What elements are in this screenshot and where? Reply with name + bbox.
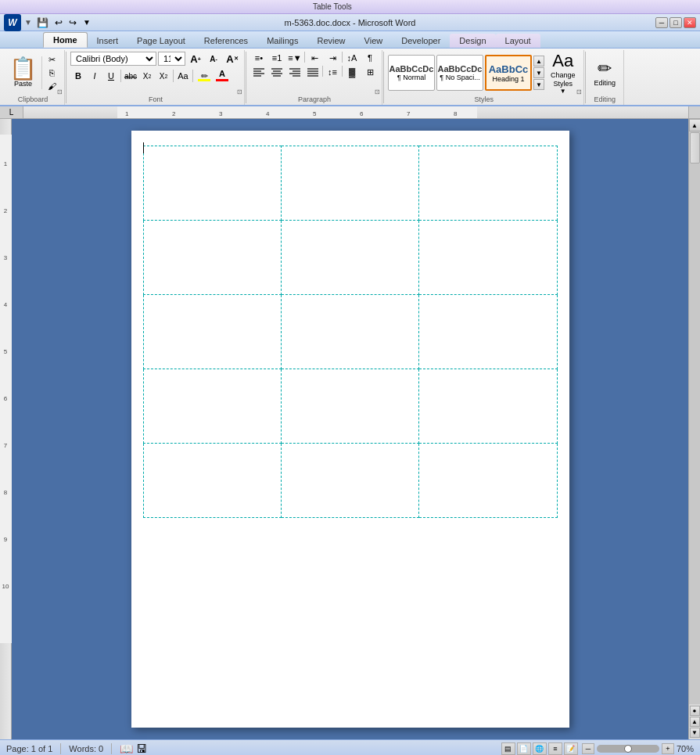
ribbon: 📋 Paste ✂ ⎘ 🖌 Clipboard ⊡ Calibri (Body)… bbox=[0, 49, 700, 106]
style-no-spacing[interactable]: AaBbCcDc ¶ No Spaci... bbox=[436, 55, 483, 91]
prev-page-btn[interactable]: ▲ bbox=[690, 717, 700, 727]
numbering-btn[interactable]: ≡1 bbox=[268, 52, 285, 64]
copy-btn[interactable]: ⎘ bbox=[43, 67, 60, 79]
zoom-in-btn[interactable]: + bbox=[662, 743, 674, 754]
show-hide-btn[interactable]: ¶ bbox=[361, 52, 379, 64]
tab-insert[interactable]: Insert bbox=[88, 34, 128, 48]
track-changes-icon[interactable]: 🖫 bbox=[136, 742, 147, 755]
tab-references[interactable]: References bbox=[195, 34, 257, 48]
zoom-out-btn[interactable]: ─ bbox=[582, 743, 594, 754]
tab-mailings[interactable]: Mailings bbox=[257, 34, 307, 48]
next-page-btn[interactable]: ▼ bbox=[690, 728, 700, 738]
tab-layout[interactable]: Layout bbox=[496, 34, 540, 48]
table-cell[interactable] bbox=[281, 369, 418, 444]
underline-btn[interactable]: U bbox=[103, 69, 119, 83]
highlight-btn[interactable]: ✏ bbox=[195, 69, 214, 83]
styles-expand-icon[interactable]: ⊡ bbox=[576, 88, 582, 95]
styles-scroll-up[interactable]: ▲ bbox=[533, 56, 544, 67]
maximize-btn[interactable]: □ bbox=[669, 17, 682, 28]
print-layout-btn[interactable]: ▤ bbox=[501, 742, 515, 755]
font-grow-shrink: A+ A- bbox=[187, 52, 222, 65]
clipboard-expand-icon[interactable]: ⊡ bbox=[57, 88, 63, 95]
table-cell[interactable] bbox=[419, 444, 557, 518]
close-btn[interactable]: ✕ bbox=[684, 17, 696, 28]
strikethrough-btn[interactable]: abc bbox=[123, 69, 138, 83]
draft-btn[interactable]: 📝 bbox=[564, 742, 578, 755]
scroll-up-btn[interactable]: ▲ bbox=[689, 119, 701, 131]
tab-developer[interactable]: Developer bbox=[392, 34, 450, 48]
cut-btn[interactable]: ✂ bbox=[43, 53, 60, 66]
change-case-btn[interactable]: Aa bbox=[175, 69, 191, 83]
align-center-btn[interactable] bbox=[268, 66, 285, 78]
grow-font-btn[interactable]: A+ bbox=[187, 52, 204, 65]
clear-format-btn[interactable]: A✕ bbox=[224, 52, 241, 65]
tab-design[interactable]: Design bbox=[450, 34, 495, 48]
table-cell[interactable] bbox=[419, 369, 557, 444]
style-normal[interactable]: AaBbCcDc ¶ Normal bbox=[388, 55, 435, 91]
doc-area[interactable] bbox=[12, 119, 688, 739]
ruler-v-ticks: 1 2 3 4 5 6 7 8 9 10 bbox=[0, 119, 12, 745]
font-color-btn[interactable]: A bbox=[214, 69, 230, 83]
select-object-btn[interactable]: ● bbox=[690, 706, 700, 716]
save-qa-btn[interactable]: 💾 bbox=[35, 17, 50, 28]
zoom-level[interactable]: 70% bbox=[677, 744, 694, 753]
shading-btn[interactable]: ▓ bbox=[343, 66, 361, 78]
table-cell[interactable] bbox=[419, 295, 557, 369]
table-cell[interactable] bbox=[419, 146, 557, 221]
table-cell[interactable] bbox=[281, 221, 418, 295]
table-cell[interactable] bbox=[143, 369, 281, 444]
borders-btn[interactable]: ⊞ bbox=[361, 66, 379, 78]
multi-list-btn[interactable]: ≡▼ bbox=[286, 52, 303, 64]
ruler-corner-btn[interactable]: L bbox=[0, 106, 23, 119]
tab-review[interactable]: Review bbox=[307, 34, 354, 48]
document-table[interactable] bbox=[143, 146, 558, 518]
customize-qa-btn[interactable]: ▼ bbox=[81, 18, 92, 27]
tab-page-layout[interactable]: Page Layout bbox=[127, 34, 195, 48]
bold-btn[interactable]: B bbox=[70, 69, 86, 83]
scroll-track[interactable] bbox=[689, 131, 700, 704]
styles-scroll-down[interactable]: ▼ bbox=[533, 67, 544, 78]
undo-qa-btn[interactable]: ↩ bbox=[53, 17, 64, 28]
table-cell[interactable] bbox=[281, 444, 418, 518]
tab-home[interactable]: Home bbox=[43, 32, 88, 48]
subscript-btn[interactable]: X2 bbox=[139, 69, 155, 83]
sort-btn[interactable]: ↕A bbox=[343, 52, 361, 64]
decrease-indent-btn[interactable]: ⇤ bbox=[306, 52, 323, 64]
tab-view[interactable]: View bbox=[355, 34, 393, 48]
table-cell[interactable] bbox=[281, 295, 418, 369]
outline-btn[interactable]: ≡ bbox=[548, 742, 562, 755]
table-cell[interactable] bbox=[281, 146, 418, 221]
paragraph-expand-icon[interactable]: ⊡ bbox=[375, 88, 380, 95]
style-heading1[interactable]: AaBbCc Heading 1 bbox=[485, 55, 532, 91]
italic-btn[interactable]: I bbox=[87, 69, 102, 83]
change-styles-btn[interactable]: Aa ChangeStyles ▼ bbox=[546, 52, 580, 94]
table-cell[interactable] bbox=[143, 444, 281, 518]
full-reading-btn[interactable]: 📄 bbox=[517, 742, 531, 755]
font-expand-icon[interactable]: ⊡ bbox=[237, 88, 242, 95]
table-cell[interactable] bbox=[419, 221, 557, 295]
increase-indent-btn[interactable]: ⇥ bbox=[324, 52, 341, 64]
table-cell[interactable] bbox=[143, 295, 281, 369]
spell-check-icon[interactable]: 📖 bbox=[120, 742, 133, 755]
table-cell[interactable] bbox=[143, 146, 281, 221]
align-right-btn[interactable] bbox=[286, 66, 303, 78]
style-heading1-label: Heading 1 bbox=[492, 75, 524, 83]
bullets-btn[interactable]: ≡• bbox=[250, 52, 267, 64]
font-family-select[interactable]: Calibri (Body) bbox=[70, 52, 156, 66]
scroll-thumb[interactable] bbox=[690, 132, 700, 164]
editing-btn[interactable]: ✏ Editing bbox=[590, 52, 621, 94]
zoom-slider[interactable] bbox=[597, 745, 659, 753]
justify-btn[interactable] bbox=[304, 66, 321, 78]
font-size-select[interactable]: 11 bbox=[158, 52, 185, 66]
web-layout-btn[interactable]: 🌐 bbox=[533, 742, 547, 755]
minimize-btn[interactable]: ─ bbox=[655, 17, 668, 28]
table-cell[interactable] bbox=[143, 221, 281, 295]
redo-qa-btn[interactable]: ↪ bbox=[67, 17, 78, 28]
paste-btn[interactable]: 📋 Paste bbox=[5, 56, 42, 89]
superscript-btn[interactable]: X2 bbox=[156, 69, 171, 83]
shrink-font-btn[interactable]: A- bbox=[205, 52, 222, 65]
status-right: ▤ 📄 🌐 ≡ 📝 ─ + 70% bbox=[501, 742, 694, 755]
align-left-btn[interactable] bbox=[250, 66, 267, 78]
styles-more-btn[interactable]: ▼ bbox=[533, 79, 544, 90]
line-spacing-btn[interactable]: ↕≡ bbox=[324, 66, 341, 78]
